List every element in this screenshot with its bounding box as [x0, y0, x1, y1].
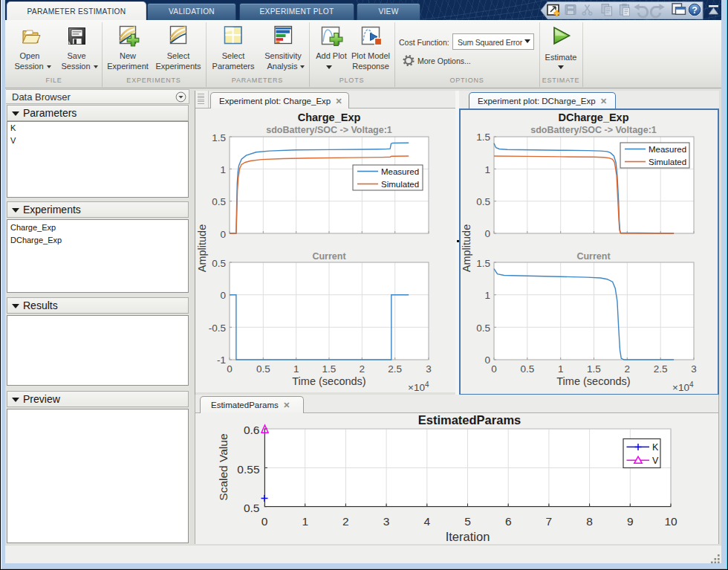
svg-text:Measured: Measured: [649, 145, 686, 154]
svg-text:-1: -1: [217, 354, 226, 366]
svg-text:×104: ×104: [672, 380, 694, 393]
svg-text:7: 7: [546, 515, 553, 528]
svg-text:8: 8: [586, 515, 593, 528]
svg-text:Measured: Measured: [381, 167, 419, 176]
svg-text:3: 3: [383, 515, 390, 528]
svg-text:10: 10: [664, 515, 677, 528]
svg-text:6: 6: [505, 515, 512, 528]
svg-text:Time (seconds): Time (seconds): [556, 375, 630, 387]
svg-text:0.5: 0.5: [212, 196, 226, 207]
svg-text:1: 1: [293, 363, 299, 375]
svg-text:0: 0: [261, 515, 268, 528]
svg-text:Iteration: Iteration: [446, 530, 490, 543]
svg-text:1: 1: [484, 164, 490, 175]
svg-text:0: 0: [220, 290, 226, 301]
svg-text:Amplitude: Amplitude: [461, 224, 472, 272]
svg-text:Amplitude: Amplitude: [196, 224, 208, 272]
svg-text:2: 2: [625, 363, 631, 375]
svg-text:1: 1: [302, 515, 308, 528]
svg-text:sdoBattery/SOC -> Voltage:1: sdoBattery/SOC -> Voltage:1: [530, 125, 657, 135]
svg-text:1.5: 1.5: [587, 363, 601, 375]
svg-text:DCharge_Exp: DCharge_Exp: [558, 111, 628, 123]
svg-text:3: 3: [426, 363, 432, 375]
svg-text:V: V: [652, 456, 659, 466]
svg-text:2: 2: [342, 515, 349, 528]
svg-text:0: 0: [484, 228, 490, 239]
svg-text:0.5: 0.5: [520, 363, 534, 375]
svg-text:EstimatedParams: EstimatedParams: [418, 414, 521, 427]
svg-text:Charge_Exp: Charge_Exp: [298, 111, 361, 123]
svg-text:2: 2: [360, 363, 365, 375]
svg-text:3: 3: [691, 363, 697, 375]
svg-text:5: 5: [464, 515, 471, 528]
svg-text:0.5: 0.5: [476, 196, 490, 207]
svg-text:0.5: 0.5: [212, 258, 226, 269]
svg-text:1.5: 1.5: [476, 132, 490, 143]
svg-text:sdoBattery/SOC -> Voltage:1: sdoBattery/SOC -> Voltage:1: [266, 125, 392, 135]
svg-text:1.5: 1.5: [212, 132, 226, 143]
svg-text:Simulated: Simulated: [649, 158, 686, 166]
svg-text:0.6: 0.6: [244, 424, 260, 436]
svg-text:1: 1: [558, 363, 564, 375]
svg-text:1.5: 1.5: [476, 258, 490, 269]
svg-text:2.5: 2.5: [654, 363, 668, 375]
svg-text:9: 9: [627, 515, 634, 528]
svg-text:0.5: 0.5: [256, 363, 270, 375]
svg-text:0: 0: [220, 229, 226, 240]
svg-text:0: 0: [491, 363, 497, 375]
svg-text:×104: ×104: [408, 380, 429, 392]
svg-text:1.5: 1.5: [322, 363, 337, 375]
svg-text:Time (seconds): Time (seconds): [292, 375, 365, 387]
svg-text:0.5: 0.5: [244, 502, 260, 514]
svg-text:Simulated: Simulated: [381, 180, 419, 189]
svg-text:2.5: 2.5: [388, 363, 402, 375]
svg-text:Current: Current: [312, 251, 346, 262]
svg-text:1: 1: [484, 290, 490, 301]
svg-text:K: K: [652, 442, 659, 453]
svg-text:0.5: 0.5: [476, 323, 490, 334]
svg-text:Scaled Value: Scaled Value: [218, 433, 230, 500]
svg-text:0: 0: [227, 363, 233, 375]
svg-text:-0.5: -0.5: [209, 323, 226, 334]
svg-text:4: 4: [423, 515, 430, 528]
svg-text:1: 1: [220, 164, 226, 175]
svg-text:0.55: 0.55: [237, 463, 259, 476]
svg-text:0: 0: [484, 354, 490, 366]
svg-text:Current: Current: [576, 251, 611, 262]
